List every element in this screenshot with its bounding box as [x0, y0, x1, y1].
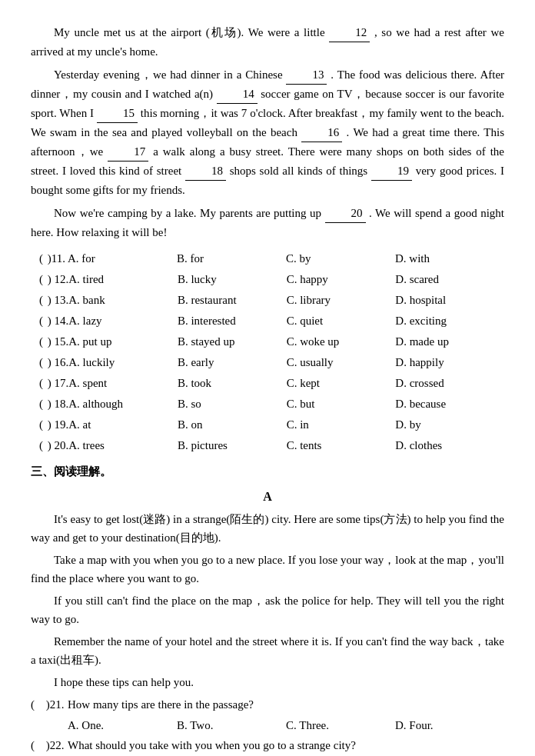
q15-optD: D. made up	[395, 332, 504, 351]
q19-optA: A. at	[68, 415, 178, 434]
blank-20: 20	[325, 204, 366, 223]
q13-paren: (	[31, 291, 43, 309]
q18-optC: C. but	[287, 395, 396, 413]
q16-paren: (	[31, 353, 43, 371]
reading-A-para4: Remember the name of your hotel and the …	[31, 632, 504, 669]
q11-paren: (	[31, 249, 43, 268]
q20-optC: C. tents	[287, 436, 396, 455]
q17-paren: (	[31, 374, 43, 392]
rq21-paren: (	[31, 695, 43, 714]
q18-options: A. although B. so C. but D. because	[68, 395, 504, 413]
q11-optA: A. for	[68, 249, 177, 268]
q15-optB: B. stayed up	[178, 332, 287, 351]
q11-optC: C. by	[286, 249, 395, 268]
q20-optA: A. trees	[68, 436, 178, 455]
q18-num: ) 18.	[45, 395, 68, 413]
q17-optC: C. kept	[287, 374, 396, 392]
q12-optC: C. happy	[287, 270, 396, 288]
para2-text1: Yesterday evening，we had dinner in a Chi…	[54, 68, 283, 81]
q14-optB: B. interested	[178, 311, 287, 330]
q13-num: ) 13.	[45, 291, 68, 309]
q20-optD: D. clothes	[395, 436, 504, 455]
q19-paren: (	[31, 415, 43, 434]
rq21-num: )21.	[43, 695, 68, 714]
q11-num: )11.	[45, 249, 68, 268]
reading-A-para1: It's easy to get lost(迷路) in a strange(陌…	[31, 510, 504, 547]
q11-optB: B. for	[177, 249, 286, 268]
q17-optA: A. spent	[68, 374, 178, 392]
q14-options: A. lazy B. interested C. quiet D. exciti…	[68, 311, 504, 330]
q13-optB: B. restaurant	[178, 291, 287, 309]
q14-optC: C. quiet	[287, 311, 396, 330]
q13-optC: C. library	[287, 291, 396, 309]
question-row-14: ( ) 14. A. lazy B. interested C. quiet D…	[31, 311, 504, 330]
reading-A-para2: Take a map with you when you go to a new…	[31, 551, 504, 588]
q17-optB: B. took	[178, 374, 287, 392]
question-row-18: ( ) 18. A. although B. so C. but D. beca…	[31, 395, 504, 413]
reading-A-title: A	[31, 487, 504, 507]
blank-12: 12	[329, 23, 370, 42]
question-row-16: ( ) 16. A. luckily B. early C. usually D…	[31, 353, 504, 371]
q19-optB: B. on	[178, 415, 287, 434]
para3-text1: Now we're camping by a lake. My parents …	[54, 207, 321, 219]
blank-13: 13	[286, 65, 327, 85]
reading-question-row-21: ( )21. How many tips are there in the pa…	[31, 695, 504, 714]
q20-optB: B. pictures	[178, 436, 287, 455]
reading-A-para3: If you still can't find the place on the…	[31, 591, 504, 628]
q15-num: ) 15.	[45, 332, 68, 351]
q16-options: A. luckily B. early C. usually D. happil…	[68, 353, 504, 371]
q11-optD: D. with	[395, 249, 504, 268]
q11-options: A. for B. for C. by D. with	[68, 249, 504, 268]
passage-block: My uncle met us at the airport (机场). We …	[31, 23, 504, 241]
q19-num: ) 19.	[45, 415, 68, 434]
passage-para3: Now we're camping by a lake. My parents …	[31, 204, 504, 241]
blank-16: 16	[301, 123, 342, 142]
q14-num: ) 14.	[45, 311, 68, 330]
para1-text1: My uncle met us at the airport (机场). We …	[54, 26, 325, 38]
q16-optB: B. early	[178, 353, 287, 371]
q19-optC: C. in	[287, 415, 396, 434]
q18-optB: B. so	[178, 395, 287, 413]
q20-num: ) 20.	[45, 436, 68, 455]
q16-optC: C. usually	[287, 353, 396, 371]
rq21-text: How many tips are there in the passage?	[68, 695, 504, 714]
q12-paren: (	[31, 270, 43, 288]
rq21-options: A. One. B. Two. C. Three. D. Four.	[68, 716, 504, 734]
reading-section-A: A It's easy to get lost(迷路) in a strange…	[31, 487, 504, 756]
q19-options: A. at B. on C. in D. by	[68, 415, 504, 434]
passage-para2: Yesterday evening，we had dinner in a Chi…	[31, 65, 504, 199]
q14-optD: D. exciting	[395, 311, 504, 330]
rq21-optA: A. One.	[68, 716, 177, 734]
q16-optD: D. happily	[395, 353, 504, 371]
reading-A-para5: I hope these tips can help you.	[31, 673, 504, 691]
q13-optD: D. hospital	[395, 291, 504, 309]
q17-num: ) 17.	[45, 374, 68, 392]
q15-options: A. put up B. stayed up C. woke up D. mad…	[68, 332, 504, 351]
para2-text7: shops sold all kinds of things	[230, 165, 367, 177]
q13-optA: A. bank	[68, 291, 178, 309]
question-row-20: ( ) 20. A. trees B. pictures C. tents D.…	[31, 436, 504, 455]
q15-paren: (	[31, 332, 43, 351]
q16-num: ) 16.	[45, 353, 68, 371]
rq21-optD: D. Four.	[395, 716, 504, 734]
q17-optD: D. crossed	[395, 374, 504, 392]
q14-paren: (	[31, 311, 43, 330]
question-row-12: ( ) 12. A. tired B. lucky C. happy D. sc…	[31, 270, 504, 288]
rq22-text: What should you take with you when you g…	[68, 736, 504, 754]
reading-A-passage: It's easy to get lost(迷路) in a strange(陌…	[31, 510, 504, 691]
q13-options: A. bank B. restaurant C. library D. hosp…	[68, 291, 504, 309]
q12-num: ) 12.	[45, 270, 68, 288]
q17-options: A. spent B. took C. kept D. crossed	[68, 374, 504, 392]
blank-14: 14	[217, 85, 258, 104]
q18-optD: D. because	[395, 395, 504, 413]
question-row-15: ( ) 15. A. put up B. stayed up C. woke u…	[31, 332, 504, 351]
reading-question-row-22: ( )22. What should you take with you whe…	[31, 736, 504, 754]
q20-paren: (	[31, 436, 43, 455]
blank-18: 18	[185, 162, 226, 181]
question-row-13: ( ) 13. A. bank B. restaurant C. library…	[31, 291, 504, 309]
blank-15: 15	[97, 104, 138, 123]
blank-19: 19	[371, 162, 412, 181]
q12-optD: D. scared	[395, 270, 504, 288]
q12-optA: A. tired	[68, 270, 178, 288]
blank-17: 17	[108, 142, 148, 162]
